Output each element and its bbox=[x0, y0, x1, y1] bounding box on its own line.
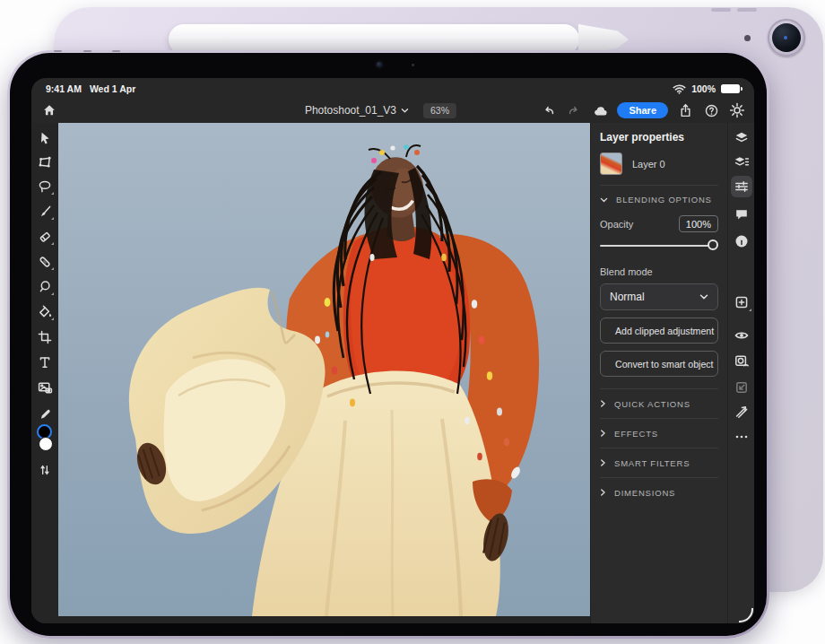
document-title: Photoshoot_01_V3 bbox=[305, 104, 396, 117]
rear-ipad-button bbox=[711, 8, 731, 12]
place-photo-tool[interactable] bbox=[35, 378, 55, 397]
send-to-icon[interactable] bbox=[731, 377, 752, 398]
eyedropper-tool[interactable] bbox=[35, 405, 55, 424]
cloud-sync-icon[interactable] bbox=[591, 101, 609, 119]
section-smart-filters[interactable]: SMART FILTERS bbox=[600, 448, 718, 477]
layers-detail-icon[interactable] bbox=[731, 152, 752, 173]
layer-name: Layer 0 bbox=[632, 159, 665, 170]
section-effects[interactable]: EFFECTS bbox=[600, 418, 718, 448]
opacity-label: Opacity bbox=[600, 219, 633, 230]
front-camera bbox=[377, 62, 382, 67]
fill-tool[interactable] bbox=[35, 302, 55, 322]
layer-properties-icon[interactable] bbox=[731, 176, 752, 197]
lasso-select-tool[interactable] bbox=[35, 177, 55, 196]
dodge-burn-tool[interactable] bbox=[35, 277, 55, 297]
chevron-right-icon bbox=[600, 399, 606, 408]
eraser-tool[interactable] bbox=[35, 227, 55, 247]
marketing-scene: 9:41 AM Wed 1 Apr 100% bbox=[0, 0, 825, 644]
chevron-down-icon bbox=[600, 196, 608, 204]
settings-gear-icon[interactable] bbox=[728, 101, 746, 119]
front-mic bbox=[412, 64, 414, 66]
slider-track[interactable] bbox=[600, 245, 715, 247]
blending-options-header[interactable]: BLENDING OPTIONS bbox=[600, 186, 718, 213]
edge-mic-hole bbox=[112, 50, 120, 52]
rear-ipad-button bbox=[737, 8, 757, 12]
workspace: Layer properties Layer 0 BLENDING OPTION… bbox=[31, 123, 754, 623]
layer-thumbnail[interactable] bbox=[600, 152, 622, 175]
rear-camera bbox=[768, 19, 805, 57]
bezel: 9:41 AM Wed 1 Apr 100% bbox=[10, 53, 767, 636]
layer-properties-panel: Layer properties Layer 0 BLENDING OPTION… bbox=[590, 123, 727, 623]
app-top-bar: Photoshoot_01_V3 63% bbox=[31, 98, 754, 123]
crop-tool[interactable] bbox=[35, 327, 55, 347]
photoshop-app: 9:41 AM Wed 1 Apr 100% bbox=[31, 78, 754, 623]
undo-button[interactable] bbox=[539, 101, 557, 119]
blend-mode-select[interactable]: Normal bbox=[600, 283, 718, 310]
screen-corner-highlight bbox=[739, 608, 753, 622]
clock: 9:41 AM bbox=[46, 83, 82, 94]
lens-glint bbox=[784, 36, 787, 39]
zoom-level-button[interactable]: 63% bbox=[423, 103, 456, 118]
tool-rail bbox=[31, 123, 58, 623]
clip-mask-icon[interactable] bbox=[731, 401, 752, 422]
edge-mic-hole bbox=[54, 50, 62, 52]
battery-percent: 100% bbox=[691, 83, 716, 94]
mask-icon[interactable] bbox=[731, 351, 752, 372]
opacity-value-field[interactable]: 100% bbox=[679, 215, 718, 232]
move-tool[interactable] bbox=[35, 128, 55, 148]
transform-tool[interactable] bbox=[35, 152, 55, 172]
share-button[interactable]: Share bbox=[617, 102, 668, 118]
section-dimensions[interactable]: DIMENSIONS bbox=[600, 477, 718, 507]
chevron-right-icon bbox=[600, 458, 606, 467]
battery-icon bbox=[721, 84, 740, 93]
background-color-swatch[interactable] bbox=[39, 437, 53, 451]
front-ipad-device: 9:41 AM Wed 1 Apr 100% bbox=[7, 50, 769, 639]
more-options-icon[interactable] bbox=[731, 426, 752, 448]
layers-compact-icon[interactable] bbox=[731, 127, 752, 149]
healing-brush-tool[interactable] bbox=[35, 252, 55, 272]
chevron-down-icon bbox=[699, 293, 708, 300]
ios-status-bar: 9:41 AM Wed 1 Apr 100% bbox=[31, 78, 754, 98]
opacity-slider[interactable] bbox=[600, 239, 718, 252]
add-clipped-adjustment-button[interactable]: Add clipped adjustment bbox=[600, 318, 718, 344]
comments-icon[interactable] bbox=[731, 204, 752, 225]
slider-knob[interactable] bbox=[708, 239, 718, 250]
edge-mic-hole bbox=[83, 50, 91, 52]
layer-row[interactable]: Layer 0 bbox=[600, 152, 718, 175]
swap-colors-button[interactable] bbox=[35, 460, 55, 480]
export-icon[interactable] bbox=[676, 101, 694, 119]
chevron-right-icon bbox=[600, 488, 606, 497]
add-layer-icon[interactable] bbox=[731, 292, 752, 313]
canvas-photo[interactable] bbox=[58, 123, 590, 616]
wifi-icon bbox=[673, 84, 686, 94]
chevron-right-icon bbox=[600, 429, 606, 438]
type-tool[interactable] bbox=[35, 352, 55, 372]
redo-button[interactable] bbox=[565, 101, 583, 119]
panel-title: Layer properties bbox=[600, 131, 718, 144]
rear-camera-lens bbox=[772, 23, 801, 52]
convert-smart-object-button[interactable]: Convert to smart object bbox=[600, 351, 718, 377]
home-button[interactable] bbox=[39, 100, 60, 121]
visibility-icon[interactable] bbox=[731, 325, 752, 346]
info-icon[interactable] bbox=[731, 231, 752, 252]
document-title-dropdown[interactable]: Photoshoot_01_V3 bbox=[305, 104, 409, 117]
rear-microphone bbox=[744, 35, 751, 41]
section-quick-actions[interactable]: QUICK ACTIONS bbox=[600, 388, 718, 418]
chevron-down-icon bbox=[401, 108, 409, 114]
blend-mode-label: Blend mode bbox=[600, 266, 718, 277]
brush-tool[interactable] bbox=[35, 202, 55, 222]
date: Wed 1 Apr bbox=[90, 83, 135, 94]
panel-icon-rail bbox=[727, 123, 754, 623]
help-icon[interactable] bbox=[702, 101, 720, 119]
